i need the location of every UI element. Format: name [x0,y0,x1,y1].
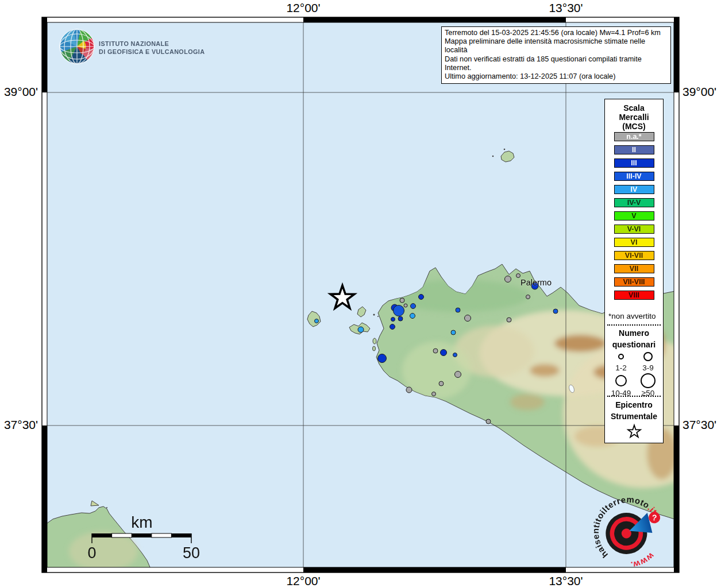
intensity-point [391,318,395,322]
intensity-point [433,349,438,353]
intensity-point [432,392,436,396]
intensity-point [451,330,456,335]
intensity-point [505,276,511,283]
event-info-box: Terremoto del 15-03-2025 21:45:56 (ora l… [441,26,671,84]
intensity-point [404,304,407,307]
size-key-circle-3 [641,374,655,388]
size-key-circle-2 [616,376,626,386]
scale-bar-unit: km [131,513,152,531]
axis-label-right-top: 39°00' [683,85,716,99]
intensity-point [398,316,403,321]
intensity-swatch-4: IV [614,185,654,194]
intensity-point [553,309,558,314]
epicenter-title-1: Epicentro [605,400,663,409]
intensity-point [358,327,364,332]
epicenter-key [605,423,663,441]
macroseismic-map-page: km 0 50 ? [0,0,721,588]
legend-footnote: *non avvertito [608,312,656,320]
intensity-swatch-2: III [614,158,654,168]
legend: Scala Mercalli (MCS) n.a.*IIIIIIII-IVIVI… [604,99,664,443]
size-key-circle-1 [644,353,652,361]
scale-bar-end: 50 [183,544,200,562]
intensity-point [390,324,395,330]
intensity-point [455,372,461,378]
epicenter-star-key-icon [626,423,642,439]
intensity-point [378,354,387,363]
intensity-swatch-1: II [614,145,654,154]
intensity-point [486,419,491,424]
event-title: Terremoto del 15-03-2025 21:45:56 (ora l… [445,29,668,37]
stagnone-islet [373,338,376,344]
ingv-wordmark: ISTITUTO NAZIONALE DI GEOFISICA E VULCAN… [99,40,205,56]
intensity-point [456,308,460,312]
intensity-point [315,319,319,323]
intensity-swatch-7: V-VI [614,225,654,234]
intensity-point [441,350,447,356]
sea [47,22,674,567]
ingv-line1: ISTITUTO NAZIONALE [99,40,205,48]
legend-divider [607,324,661,326]
axis-label-top-left: 12°00' [277,1,329,15]
questionnaire-title-1: Numero [605,328,663,338]
size-key-circle-0 [619,354,623,359]
intensity-point [507,318,511,322]
stagnone-islet [373,346,376,351]
axis-label-bottom-right: 13°30' [540,574,592,588]
intensity-point [526,295,530,299]
legend-title-3: (MCS) [605,122,663,131]
event-update: Ultimo aggiornamento: 13-12-2025 11:07 (… [445,72,668,81]
size-key-label-1: 3-9 [642,363,654,372]
intensity-scale: n.a.*IIIIIIII-IVIVIV-VVV-VIVIVI-VIIVIIVI… [605,132,663,300]
intensity-point [406,387,412,393]
intensity-point [411,304,416,309]
intensity-point [465,315,471,322]
scale-bar-start: 0 [87,544,96,562]
ingv-globe-icon [59,28,95,65]
intensity-point [453,353,457,357]
axis-label-left-bottom: 37°30' [0,418,38,432]
intensity-swatch-11: VII-VIII [614,277,654,287]
legend-title-1: Scala [605,103,663,113]
ingv-logo: ISTITUTO NAZIONALE DI GEOFISICA E VULCAN… [57,26,247,66]
epicenter-title-2: Strumentale [605,412,663,421]
intensity-swatch-5: IV-V [614,198,654,207]
axis-label-right-bottom: 37°30' [683,418,716,432]
axis-label-top-right: 13°30' [540,1,592,15]
axis-label-bottom-left: 12°00' [277,574,329,588]
intensity-swatch-0: n.a.* [614,132,654,141]
legend-title-2: Mercalli [605,113,663,122]
intensity-point [410,314,415,319]
intensity-swatch-3: III-IV [614,172,654,181]
size-key-label-0: 1-2 [615,363,627,372]
axis-label-left-top: 39°00' [0,85,38,99]
intensity-point [439,381,444,386]
questionnaire-size-key: 1-23-910-49≥50 [605,347,664,400]
intensity-point [394,305,404,316]
intensity-swatch-6: V [614,211,654,220]
intensity-swatch-9: VI-VII [614,251,654,260]
legend-divider [607,396,661,397]
intensity-swatch-10: VII [614,264,654,273]
city-label-palermo: Palermo [520,278,552,287]
intensity-point [400,298,404,303]
event-subtitle: Mappa preliminare delle intensità macros… [445,37,668,55]
intensity-point [516,274,520,278]
intensity-swatch-8: VI [614,238,654,247]
intensity-swatch-12: VIII [614,291,654,300]
event-data-note: Dati non verificati estratti da 185 ques… [445,55,668,72]
ingv-line2: DI GEOFISICA E VULCANOLOGIA [99,48,205,56]
intensity-point [419,295,424,300]
